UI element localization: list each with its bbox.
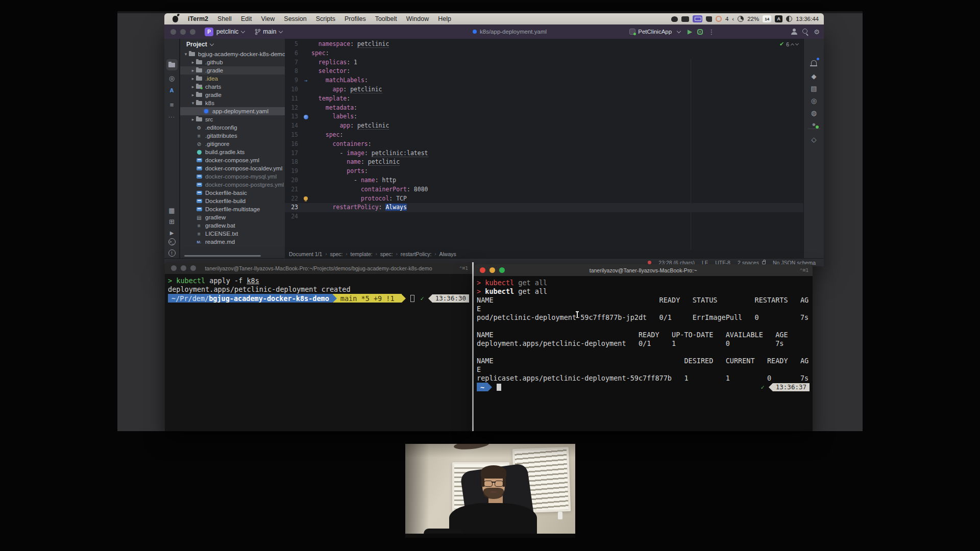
- code-line[interactable]: 10 app: petclinic: [285, 85, 803, 94]
- apple-menu-icon[interactable]: [173, 16, 178, 22]
- terminal-window-left[interactable]: tanerilyazov@Taner-Ilyazovs-MacBook-Pro:…: [165, 262, 472, 431]
- tree-item[interactable]: ▤gradlew: [180, 213, 285, 221]
- tree-item[interactable]: app-deployment.yaml: [180, 107, 285, 115]
- code-line[interactable]: 11 template:: [285, 94, 803, 104]
- tree-item[interactable]: build.gradle.kts: [180, 148, 285, 156]
- menu-item-scripts[interactable]: Scripts: [311, 15, 340, 22]
- tree-item[interactable]: ▸.idea: [180, 74, 285, 83]
- tree-item[interactable]: ▸src: [180, 115, 285, 123]
- code-line[interactable]: 24: [285, 212, 803, 221]
- code-line[interactable]: 5 namespace: petclinic: [285, 40, 803, 49]
- chevron-right-icon[interactable]: ▸: [190, 84, 195, 89]
- docker-icon[interactable]: ●: [808, 118, 820, 130]
- menu-item-help[interactable]: Help: [433, 15, 456, 22]
- prev-problem-icon[interactable]: [791, 43, 794, 46]
- chevron-right-icon[interactable]: ▸: [190, 117, 195, 122]
- breadcrumb-item[interactable]: template:: [350, 251, 372, 257]
- tree-item[interactable]: Dockerfile-build: [180, 197, 285, 205]
- menu-item-view[interactable]: View: [256, 15, 279, 22]
- tree-item[interactable]: Dockerfile-multistage: [180, 205, 285, 213]
- inspections-widget[interactable]: ✔ 6: [779, 41, 798, 47]
- run-button[interactable]: ▶: [688, 28, 692, 35]
- pull-requests-icon[interactable]: ◎: [808, 95, 820, 106]
- code-line[interactable]: 15 spec:: [285, 131, 803, 140]
- calendar-icon[interactable]: 14: [763, 15, 771, 22]
- project-selector[interactable]: petclinic: [216, 28, 238, 35]
- code-line[interactable]: 20 - name: http: [285, 176, 803, 185]
- next-problem-icon[interactable]: [795, 41, 799, 45]
- profile-icon[interactable]: [791, 29, 797, 35]
- chevron-right-icon[interactable]: ▸: [190, 68, 195, 73]
- code-line[interactable]: 9→ matchLabels:: [285, 76, 803, 85]
- tree-item[interactable]: ▾k8s: [180, 99, 285, 107]
- menu-item-edit[interactable]: Edit: [236, 15, 257, 22]
- commit-icon[interactable]: ◎: [166, 72, 178, 84]
- terminal-icon[interactable]: >_: [168, 238, 176, 245]
- more-actions-icon[interactable]: ⋮: [708, 28, 715, 36]
- code-line[interactable]: 12 metadata:: [285, 104, 803, 113]
- menu-item-shell[interactable]: Shell: [213, 15, 236, 22]
- code-line[interactable]: 17 - image: petclinic:latest: [285, 149, 803, 158]
- tree-item[interactable]: ≡LICENSE.txt: [180, 230, 285, 238]
- ai-assistant-icon[interactable]: A: [166, 85, 178, 96]
- menu-item-iterm2[interactable]: iTerm2: [183, 15, 213, 22]
- menu-item-toolbelt[interactable]: Toolbelt: [371, 15, 402, 22]
- tree-item[interactable]: docker-compose-mysql.yml: [180, 172, 285, 181]
- tree-item[interactable]: M↓readme.md: [180, 238, 285, 246]
- code-line[interactable]: 21 containerPort: 8080: [285, 185, 803, 194]
- services-icon[interactable]: ▦: [166, 205, 178, 216]
- menu-clock[interactable]: 13:36:44: [796, 16, 819, 22]
- terminal-window-right[interactable]: tanerilyazov@Taner-Ilyazovs-MacBook-Pro:…: [474, 264, 813, 431]
- battery-gauge-icon[interactable]: [738, 16, 744, 22]
- debug-button[interactable]: [697, 29, 703, 35]
- code-line[interactable]: 13 labels:: [285, 112, 803, 121]
- horizontal-scrollbar[interactable]: [184, 255, 261, 257]
- project-badge[interactable]: P: [205, 28, 213, 36]
- search-icon[interactable]: [802, 29, 808, 35]
- code-line[interactable]: 18 name: petclinic: [285, 158, 803, 167]
- lock-icon[interactable]: [762, 261, 766, 264]
- github-icon[interactable]: [716, 16, 722, 22]
- focus-mode-icon[interactable]: [786, 16, 792, 22]
- shield-icon[interactable]: ◇: [808, 134, 820, 145]
- breadcrumb-item[interactable]: Document 1/1: [289, 251, 322, 257]
- breadcrumb-item[interactable]: restartPolicy:: [401, 251, 432, 257]
- problems-icon[interactable]: !: [168, 249, 176, 257]
- code-line[interactable]: 19 ports:: [285, 167, 803, 176]
- zoom-button[interactable]: [190, 29, 195, 35]
- tree-item[interactable]: docker-compose-localdev.yml: [180, 164, 285, 172]
- structure-icon[interactable]: ≡: [166, 99, 178, 110]
- assistant-icon[interactable]: ◍: [808, 107, 820, 118]
- project-icon[interactable]: [166, 59, 178, 70]
- chevron-down-icon[interactable]: ▾: [183, 52, 188, 57]
- close-button[interactable]: [170, 29, 176, 35]
- code-line[interactable]: 8 selector:: [285, 67, 803, 76]
- branch-selector[interactable]: main: [263, 28, 276, 35]
- database-icon[interactable]: ▤: [808, 83, 820, 94]
- chevron-left-icon[interactable]: ‹: [732, 16, 734, 22]
- breadcrumb-item[interactable]: spec:: [330, 251, 342, 257]
- code-line[interactable]: 22 protocol: TCP: [285, 194, 803, 204]
- breadcrumb-item[interactable]: Always: [439, 251, 456, 257]
- display-icon[interactable]: [681, 16, 689, 22]
- tree-item[interactable]: ≡gradlew.bat: [180, 221, 285, 230]
- code-line[interactable]: 23 restartPolicy: Always: [285, 203, 803, 212]
- tree-item[interactable]: docker-compose-postgres.yml: [180, 181, 285, 189]
- menu-item-session[interactable]: Session: [279, 15, 311, 22]
- hand-icon[interactable]: [671, 16, 678, 22]
- editor[interactable]: 5 namespace: petclinic6spec:7 replicas: …: [285, 39, 803, 250]
- input-source-icon[interactable]: A: [775, 15, 782, 22]
- tree-item[interactable]: ⚙.editorconfig: [180, 123, 285, 132]
- tree-item[interactable]: ▸.github: [180, 58, 285, 66]
- code-line[interactable]: 14 app: petclinic: [285, 121, 803, 131]
- tree-item[interactable]: docker-compose.yml: [180, 156, 285, 164]
- menu-item-profiles[interactable]: Profiles: [340, 15, 371, 22]
- settings-gear-icon[interactable]: ⚙: [814, 28, 820, 36]
- code-line[interactable]: 7 replicas: 1: [285, 58, 803, 67]
- chevron-right-icon[interactable]: ▸: [190, 92, 195, 97]
- chevron-down-icon[interactable]: ▾: [190, 101, 195, 106]
- tree-item[interactable]: Dockerfile-basic: [180, 189, 285, 197]
- chevron-right-icon[interactable]: ▸: [190, 60, 195, 65]
- run-config-selector[interactable]: PetClinicApp: [629, 29, 682, 35]
- build-icon[interactable]: ⊞: [166, 216, 178, 227]
